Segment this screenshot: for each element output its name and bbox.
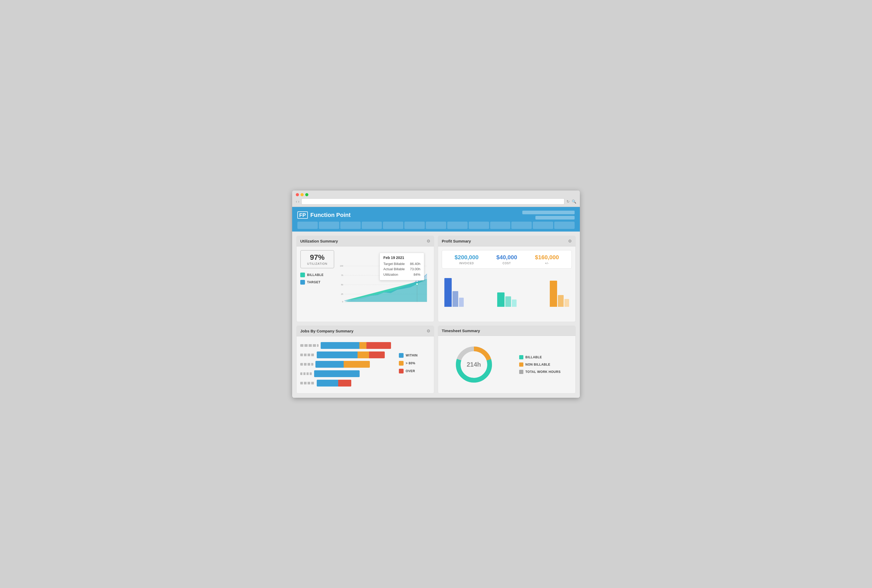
plusminus-bar-1 <box>550 280 557 307</box>
utilization-chart: 100 75 50 25 0 <box>338 250 430 318</box>
tooltip-label-3: Utilization <box>383 272 398 278</box>
plusminus-bar-2 <box>558 295 564 307</box>
svg-text:75: 75 <box>341 274 343 276</box>
ts-nonbillable-color <box>519 363 523 367</box>
ts-legend-total: TOTAL WORK HOURS <box>519 370 561 374</box>
app-name: Function Point <box>310 212 351 219</box>
utilization-panel-body: 97% UTILIZATION BILLABLE TARGET <box>296 246 434 322</box>
svg-point-15 <box>416 283 418 285</box>
utilization-label: UTILIZATION <box>304 262 331 265</box>
legend-over: OVER <box>399 369 430 374</box>
dot-yellow[interactable] <box>301 193 304 196</box>
cost-bars <box>497 292 517 307</box>
utilization-title: Utilization Summary <box>300 239 338 243</box>
timesheet-title: Timesheet Summary <box>442 328 480 333</box>
app-header: FP Function Point <box>292 207 580 231</box>
tooltip-row-1: Target Billable 86.40h <box>383 261 420 267</box>
cost-bar-3 <box>512 300 517 307</box>
target-label: TARGET <box>307 280 320 284</box>
nav-item-1[interactable] <box>298 222 318 229</box>
plusminus-label: +/- <box>535 262 559 265</box>
job-within-1 <box>321 342 359 349</box>
cost-bar-2 <box>505 296 511 307</box>
billable-color <box>300 273 305 277</box>
cost-col: $40,000 COST <box>496 254 517 265</box>
profit-chart <box>442 273 572 307</box>
header-right <box>522 211 574 219</box>
jobs-container: WITHIN > 80% OVER <box>300 340 430 387</box>
within-color <box>399 353 404 358</box>
job-bar-5 <box>317 380 351 387</box>
dot-green[interactable] <box>305 193 308 196</box>
nav-item-9[interactable] <box>469 222 489 229</box>
nav-item-11[interactable] <box>511 222 532 229</box>
tooltip-label-1: Target Billable <box>383 261 405 267</box>
over-label: OVER <box>406 369 415 373</box>
invoiced-bar-1 <box>444 278 452 307</box>
job-label-3 <box>300 363 313 366</box>
nav-item-7[interactable] <box>426 222 446 229</box>
nav-item-6[interactable] <box>404 222 425 229</box>
job-within-4 <box>314 370 359 377</box>
dot-red[interactable] <box>296 193 299 196</box>
nav-item-3[interactable] <box>340 222 361 229</box>
utilization-gear-icon[interactable]: ⚙ <box>427 238 430 244</box>
utilization-panel: Utilization Summary ⚙ 97% UTILIZATION BI… <box>296 236 434 322</box>
profit-gear-icon[interactable]: ⚙ <box>568 238 572 244</box>
over80-color <box>399 361 404 366</box>
tooltip-row-2: Actual Billable 73.00h <box>383 267 420 272</box>
ts-billable-color <box>519 355 523 359</box>
job-label-4 <box>300 372 312 375</box>
nav-item-2[interactable] <box>319 222 339 229</box>
timesheet-panel: Timesheet Summary 214h <box>438 326 576 394</box>
job-within-2 <box>317 351 358 358</box>
profit-panel-body: $200,000 INVOICED $40,000 COST $160,000 … <box>438 246 576 310</box>
invoiced-value: $200,000 <box>454 254 479 261</box>
job-row-1 <box>300 342 391 349</box>
within-label: WITHIN <box>406 354 418 357</box>
svg-text:50: 50 <box>341 284 343 286</box>
job-over-2 <box>369 351 385 358</box>
browser-window: ‹ › ↻ 🔍 FP Function Point <box>292 190 580 398</box>
nav-item-12[interactable] <box>533 222 553 229</box>
nav-bar <box>298 222 574 231</box>
utilization-percent: 97% <box>304 253 331 262</box>
plusminus-bars <box>550 280 569 307</box>
nav-arrows: ‹ › <box>296 200 299 204</box>
invoiced-bar-2 <box>453 291 458 307</box>
job-label-2 <box>300 354 315 356</box>
refresh-icon[interactable]: ↻ <box>567 200 570 204</box>
over80-label: > 80% <box>406 362 415 365</box>
search-icon[interactable]: 🔍 <box>572 200 576 204</box>
cost-value: $40,000 <box>496 254 517 261</box>
invoiced-bar-3 <box>459 298 464 307</box>
job-over-1 <box>367 342 391 349</box>
timesheet-legend: BILLABLE NON BILLABLE TOTAL WORK HOURS <box>519 355 561 374</box>
over-color <box>399 369 404 374</box>
back-arrow-icon[interactable]: ‹ <box>296 200 297 204</box>
logo-fp: FP <box>298 212 308 219</box>
nav-item-4[interactable] <box>362 222 382 229</box>
profit-panel: Profit Summary ⚙ $200,000 INVOICED $40,0… <box>438 236 576 322</box>
legend-over80: > 80% <box>399 361 430 366</box>
forward-arrow-icon[interactable]: › <box>298 200 299 204</box>
job-bar-1 <box>321 342 391 349</box>
nav-item-13[interactable] <box>554 222 574 229</box>
job-bar-2 <box>317 351 385 358</box>
address-bar[interactable] <box>301 198 564 205</box>
job-row-3 <box>300 361 391 368</box>
job-bar-4 <box>314 370 359 377</box>
ts-legend-nonbillable: NON BILLABLE <box>519 363 561 367</box>
nav-item-8[interactable] <box>447 222 468 229</box>
nav-item-5[interactable] <box>383 222 403 229</box>
job-within-3 <box>316 361 344 368</box>
svg-text:0: 0 <box>342 300 343 303</box>
plusminus-value: $160,000 <box>535 254 559 261</box>
invoiced-col: $200,000 INVOICED <box>454 254 479 265</box>
ts-billable-label: BILLABLE <box>525 356 542 359</box>
plusminus-col: $160,000 +/- <box>535 254 559 265</box>
jobs-gear-icon[interactable]: ⚙ <box>427 328 430 333</box>
profit-panel-header: Profit Summary ⚙ <box>438 236 576 246</box>
legend-target: TARGET <box>300 280 334 285</box>
nav-item-10[interactable] <box>490 222 511 229</box>
